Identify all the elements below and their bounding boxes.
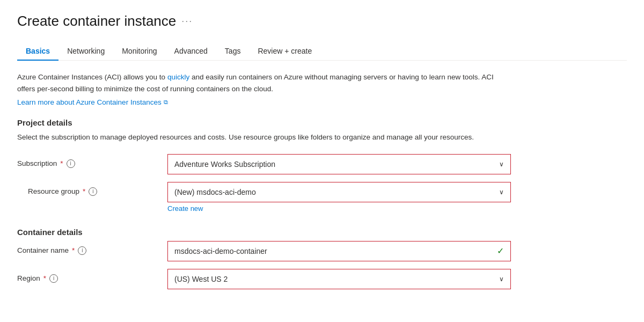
container-details-title: Container details	[17, 228, 627, 237]
tab-monitoring[interactable]: Monitoring	[113, 42, 165, 61]
container-details-section: Container details Container name * i msd…	[17, 228, 627, 289]
resource-group-info-icon[interactable]: i	[89, 187, 97, 196]
resource-group-label-col: Resource group * i	[17, 182, 167, 196]
subscription-required: *	[60, 159, 63, 167]
resource-group-dropdown[interactable]: (New) msdocs-aci-demo ∨	[167, 182, 511, 202]
intro-highlight: quickly	[167, 73, 189, 81]
tab-tags[interactable]: Tags	[216, 42, 250, 61]
subscription-info-icon[interactable]: i	[67, 159, 75, 168]
resource-group-control: (New) msdocs-aci-demo ∨ Create new	[167, 182, 511, 213]
page-title-ellipsis: ···	[181, 16, 193, 27]
external-link-icon: ⧉	[164, 99, 168, 106]
resource-group-required: *	[83, 187, 85, 195]
region-row: Region * i (US) West US 2 ∨	[17, 269, 627, 289]
region-dropdown[interactable]: (US) West US 2 ∨	[167, 269, 511, 289]
container-name-control: msdocs-aci-demo-container ✓	[167, 241, 511, 261]
resource-group-chevron-icon: ∨	[499, 188, 504, 196]
container-name-row: Container name * i msdocs-aci-demo-conta…	[17, 241, 627, 261]
tab-bar: Basics Networking Monitoring Advanced Ta…	[17, 42, 627, 61]
project-details-section: Project details Select the subscription …	[17, 118, 627, 213]
page-title-container: Create container instance ···	[17, 13, 627, 30]
subscription-value: Adventure Works Subscription	[174, 160, 275, 169]
container-name-input[interactable]: msdocs-aci-demo-container ✓	[167, 241, 511, 261]
subscription-row: Subscription * i Adventure Works Subscri…	[17, 154, 627, 174]
region-required: *	[43, 274, 46, 282]
page-title: Create container instance	[17, 13, 176, 30]
subscription-label: Subscription	[17, 159, 57, 167]
tab-basics[interactable]: Basics	[17, 42, 58, 61]
create-new-link[interactable]: Create new	[167, 204, 203, 213]
subscription-control: Adventure Works Subscription ∨	[167, 154, 511, 174]
resource-group-value: (New) msdocs-aci-demo	[174, 188, 256, 196]
subscription-chevron-icon: ∨	[499, 160, 504, 168]
container-name-check-icon: ✓	[497, 246, 504, 256]
subscription-label-col: Subscription * i	[17, 154, 167, 168]
learn-more-link[interactable]: Learn more about Azure Container Instanc…	[17, 98, 168, 106]
region-label-col: Region * i	[17, 269, 167, 283]
intro-text: Azure Container Instances (ACI) allows y…	[17, 71, 500, 94]
container-name-value: msdocs-aci-demo-container	[174, 247, 267, 255]
region-chevron-icon: ∨	[499, 275, 504, 283]
resource-group-label: Resource group	[28, 187, 79, 195]
region-value: (US) West US 2	[174, 275, 228, 283]
container-name-label-col: Container name * i	[17, 241, 167, 255]
region-info-icon[interactable]: i	[49, 274, 58, 283]
container-name-required: *	[72, 246, 75, 254]
tab-review-create[interactable]: Review + create	[249, 42, 320, 61]
region-label: Region	[17, 274, 40, 282]
tab-advanced[interactable]: Advanced	[166, 42, 216, 61]
container-name-label: Container name	[17, 246, 69, 254]
container-name-info-icon[interactable]: i	[78, 246, 86, 255]
project-details-title: Project details	[17, 118, 627, 127]
subscription-dropdown[interactable]: Adventure Works Subscription ∨	[167, 154, 511, 174]
resource-group-row: Resource group * i (New) msdocs-aci-demo…	[17, 182, 627, 213]
region-control: (US) West US 2 ∨	[167, 269, 511, 289]
project-details-desc: Select the subscription to manage deploy…	[17, 131, 500, 143]
tab-networking[interactable]: Networking	[58, 42, 113, 61]
